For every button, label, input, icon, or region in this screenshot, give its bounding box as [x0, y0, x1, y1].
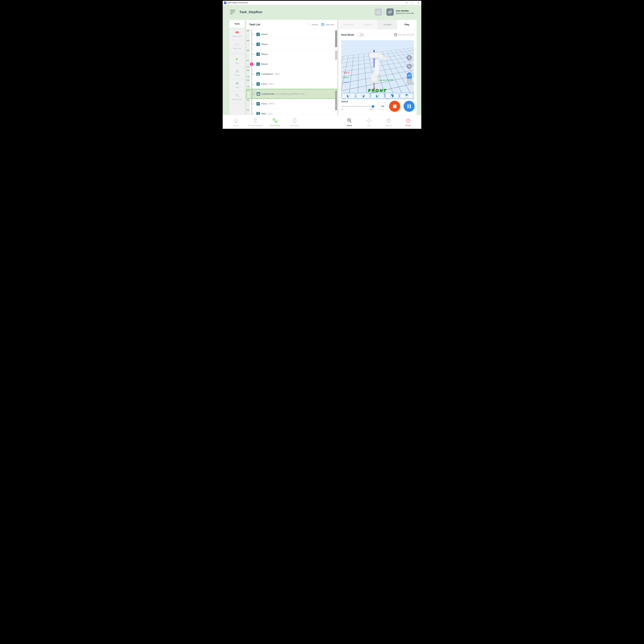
- command-label: MoveJ: [261, 33, 268, 36]
- task-row[interactable]: 012 Wait( 1.0 ): [246, 109, 337, 115]
- stop-button[interactable]: Stop: [229, 79, 245, 91]
- step-run-checkbox[interactable]: [321, 23, 324, 26]
- view-left-button[interactable]: [371, 93, 384, 99]
- rotate-view-button[interactable]: [407, 72, 412, 79]
- tab-variable[interactable]: Variable: [378, 20, 397, 29]
- servo-mode-button[interactable]: [386, 8, 394, 16]
- movej-icon: J: [256, 33, 260, 36]
- maximize-button[interactable]: [409, 1, 415, 5]
- axis-x-label: Axis X: [344, 72, 349, 74]
- pause-button[interactable]: Pause: [229, 67, 245, 79]
- step-by-step-button[interactable]: Step by Step: [229, 91, 245, 103]
- pause-icon: [408, 104, 409, 108]
- robot-3d-viewer[interactable]: Axis X Axis Y Axis Z FRONT: [341, 40, 414, 99]
- right-panel: Command Property Variable Play Real Mode…: [338, 20, 417, 115]
- speed-slider[interactable]: [341, 106, 373, 107]
- status-label: Auto Standby: [396, 10, 414, 12]
- breakpoint-icon: [235, 31, 239, 33]
- minimize-button[interactable]: [404, 1, 409, 5]
- command-label: MoveJ: [261, 43, 268, 45]
- pause-run-button[interactable]: [404, 101, 415, 112]
- window-title: DART-Platform GV02110200: [227, 2, 248, 4]
- maximize-icon: [412, 2, 413, 4]
- tab-play[interactable]: Play: [397, 20, 417, 29]
- zoom-out-button[interactable]: [407, 64, 412, 69]
- wait-icon: [256, 112, 260, 115]
- skippoint-icon: [235, 43, 239, 45]
- pan-view-button[interactable]: [407, 79, 412, 85]
- zoom-in-button[interactable]: [407, 55, 412, 60]
- play-tab-content: Real Mode 00:00:05.84: [338, 29, 417, 115]
- cube-back-icon: [390, 94, 394, 98]
- tools-panel-title: Tools: [229, 20, 245, 28]
- play-icon: [236, 58, 238, 61]
- nav-power[interactable]: Power: [398, 117, 418, 126]
- swirl-icon: [387, 9, 393, 15]
- nav-setting[interactable]: Setting: [379, 117, 398, 126]
- real-mode-toggle[interactable]: [357, 33, 364, 37]
- svg-text:J: J: [258, 53, 259, 55]
- view-top-button[interactable]: [400, 93, 413, 99]
- command-label: Force: [261, 83, 267, 85]
- menu-icon[interactable]: [230, 10, 235, 14]
- nav-status[interactable]: Status: [340, 117, 359, 126]
- cube-top-icon: [404, 94, 409, 98]
- tab-property[interactable]: Property: [358, 20, 378, 29]
- robot-status-button[interactable]: [375, 8, 382, 16]
- stop-run-button[interactable]: [389, 101, 400, 112]
- scroll-thumb-bottom[interactable]: ▼: [335, 91, 337, 110]
- task-row[interactable]: 004 J MoveJ: [246, 29, 337, 39]
- speed-value-input[interactable]: [378, 103, 387, 110]
- task-list-header: Task List Debug Step Run: [246, 20, 337, 29]
- scroll-down-icon: ▼: [336, 105, 337, 106]
- stop-label: Stop: [235, 86, 239, 88]
- axis-y-label: Axis Y: [344, 77, 349, 79]
- cube-front-icon: [346, 94, 351, 98]
- command-label: MoveJ: [261, 53, 268, 55]
- status-icon: [346, 117, 353, 124]
- status-datetime: 2024.04.25 1:10:07 PM: [396, 12, 414, 14]
- step-run-checkbox-group[interactable]: Step Run: [321, 23, 334, 26]
- tools-panel: Tools Break Point Skip Point Play Pause …: [229, 20, 245, 115]
- play-button[interactable]: Play: [229, 55, 245, 67]
- skip-point-label: Skip Point: [233, 47, 241, 49]
- speed-slider-knob[interactable]: [372, 105, 374, 108]
- nav-task-builder[interactable]: Task Builder: [265, 117, 285, 126]
- timer: 00:00:05.84: [394, 33, 414, 36]
- nav-home[interactable]: Home: [226, 117, 246, 126]
- debug-checkbox[interactable]: [307, 23, 310, 26]
- real-mode-row: Real Mode 00:00:05.84: [341, 29, 414, 40]
- nav-workcell-manager[interactable]: Workcell Manager: [246, 117, 265, 126]
- task-list-scrollbar[interactable]: ▲ ▼: [335, 29, 337, 115]
- skip-point-button[interactable]: Skip Point: [229, 40, 245, 52]
- axis-z-label: Axis Z: [344, 81, 349, 83]
- app-header: Task_StepRun Auto Standby 2024.04.25 1:1…: [223, 5, 421, 19]
- main-content: Tools Break Point Skip Point Play Pause …: [223, 19, 421, 115]
- task-row[interactable]: 007 0.11 6 J MoveJ: [246, 59, 337, 69]
- task-row[interactable]: 011 Force( OFF ): [246, 99, 337, 109]
- task-row[interactable]: 008 0.51 Compliance( ON ): [246, 69, 337, 79]
- task-row-selected[interactable]: 010 CustomCode( set_damping_factor([1.0,…: [246, 89, 337, 99]
- home-icon: [233, 117, 239, 124]
- step-badge: 6: [250, 62, 254, 66]
- nav-task-writer[interactable]: Task Writer: [285, 117, 304, 126]
- line-number: 005: [247, 40, 250, 41]
- task-row[interactable]: 005 J MoveJ: [246, 39, 337, 49]
- line-time: 0.11: [247, 66, 250, 67]
- view-back-button[interactable]: [385, 93, 399, 99]
- view-right-button[interactable]: [356, 93, 370, 99]
- timer-value: 00:00:05.84: [399, 33, 414, 36]
- pause-label: Pause: [235, 74, 240, 76]
- nav-jog[interactable]: Jog: [359, 117, 379, 126]
- view-front-button[interactable]: [342, 93, 355, 99]
- tab-command[interactable]: Command: [338, 20, 358, 29]
- debug-checkbox-group[interactable]: Debug: [307, 23, 318, 26]
- scroll-thumb-top[interactable]: ▲: [335, 30, 337, 47]
- break-point-label: Break Point: [232, 35, 242, 37]
- close-button[interactable]: ✕: [415, 1, 421, 5]
- scroll-thumb-mid[interactable]: [335, 51, 337, 60]
- task-row[interactable]: 009 1.10 Force( ON ): [246, 79, 337, 89]
- task-row[interactable]: 006 J MoveJ: [246, 49, 337, 59]
- title-bar: D DART-Platform GV02110200 ✕: [223, 1, 421, 5]
- break-point-button[interactable]: Break Point: [229, 28, 245, 40]
